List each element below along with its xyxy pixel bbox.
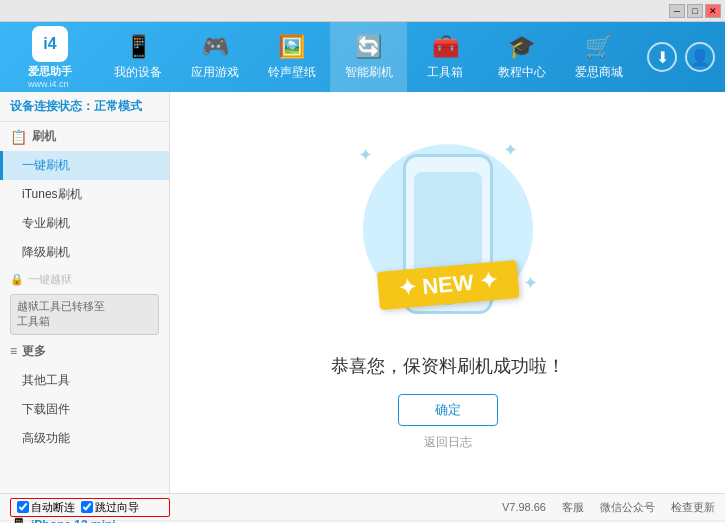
logo-text: 爱思助手 www.i4.cn (28, 64, 72, 89)
main-content: ✦ ✦ ✦ NEW 恭喜您，保资料刷机成功啦！ 确定 返回日志 (170, 92, 725, 493)
checkbox-group: 自动断连 跳过向导 (10, 498, 170, 517)
sparkle-3: ✦ (523, 272, 538, 294)
sidebar-item-advanced[interactable]: 高级功能 (0, 424, 169, 453)
sparkle-1: ✦ (358, 144, 373, 166)
wechat-link[interactable]: 微信公众号 (600, 500, 655, 515)
nav-apps-games[interactable]: 🎮 应用游戏 (177, 22, 254, 92)
logo-icon: i4 (32, 26, 68, 62)
nav-wallpaper[interactable]: 🖼️ 铃声壁纸 (253, 22, 330, 92)
nav-my-device[interactable]: 📱 我的设备 (100, 22, 177, 92)
main-area: 设备连接状态：正常模式 📋 刷机 一键刷机 iTunes刷机 专业刷机 降级刷机… (0, 92, 725, 493)
tutorial-icon: 🎓 (508, 34, 535, 60)
device-status-bar: 设备连接状态：正常模式 (0, 92, 169, 122)
header: i4 爱思助手 www.i4.cn 📱 我的设备 🎮 应用游戏 🖼️ 铃声壁纸 … (0, 22, 725, 92)
smart-flash-icon: 🔄 (355, 34, 382, 60)
wallpaper-icon: 🖼️ (278, 34, 305, 60)
success-illustration: ✦ ✦ ✦ NEW (348, 134, 548, 334)
close-btn[interactable]: ✕ (705, 4, 721, 18)
sidebar-item-other-tools[interactable]: 其他工具 (0, 366, 169, 395)
version-label: V7.98.66 (502, 501, 546, 513)
nav-think-mall[interactable]: 🛒 爱思商城 (560, 22, 637, 92)
apps-games-icon: 🎮 (202, 34, 229, 60)
sidebar-item-download-firmware[interactable]: 下载固件 (0, 395, 169, 424)
phone-device-icon: 📱 (10, 517, 27, 523)
nav-right-area: ⬇ 👤 (637, 42, 725, 72)
flash-section-icon: 📋 (10, 129, 27, 145)
sidebar-item-one-click-flash[interactable]: 一键刷机 (0, 151, 169, 180)
my-device-icon: 📱 (125, 34, 152, 60)
back-link[interactable]: 返回日志 (424, 434, 472, 451)
sidebar-item-itunes-flash[interactable]: iTunes刷机 (0, 180, 169, 209)
title-bar: ─ □ ✕ (0, 0, 725, 22)
device-name: iPhone 12 mini (31, 518, 116, 523)
more-section-icon: ≡ (10, 344, 17, 358)
confirm-button[interactable]: 确定 (398, 394, 498, 426)
lock-icon: 🔒 (10, 273, 24, 286)
sidebar-jailbreak-note: 越狱工具已转移至 工具箱 (10, 294, 159, 335)
sidebar-flash-section: 📋 刷机 (0, 122, 169, 151)
user-btn[interactable]: 👤 (685, 42, 715, 72)
success-message: 恭喜您，保资料刷机成功啦！ (331, 354, 565, 378)
sidebar-item-pro-flash[interactable]: 专业刷机 (0, 209, 169, 238)
sparkle-2: ✦ (503, 139, 518, 161)
bottom-area: 自动断连 跳过向导 V7.98.66 客服 微信公众号 检查更新 📱 iPhon… (0, 493, 725, 523)
nav-bar: 📱 我的设备 🎮 应用游戏 🖼️ 铃声壁纸 🔄 智能刷机 🧰 工具箱 🎓 教程中… (100, 22, 637, 92)
think-mall-icon: 🛒 (585, 34, 612, 60)
sidebar-item-downgrade-flash[interactable]: 降级刷机 (0, 238, 169, 267)
customer-service-link[interactable]: 客服 (562, 500, 584, 515)
check-update-link[interactable]: 检查更新 (671, 500, 715, 515)
sidebar-jailbreak-section: 🔒 一键越狱 (0, 267, 169, 292)
download-btn[interactable]: ⬇ (647, 42, 677, 72)
device-info: 📱 iPhone 12 mini 64GB Down-12mini-13,1 (10, 517, 170, 523)
nav-toolbox[interactable]: 🧰 工具箱 (407, 22, 484, 92)
auto-disconnect-checkbox[interactable]: 自动断连 (17, 500, 75, 515)
maximize-btn[interactable]: □ (687, 4, 703, 18)
nav-smart-flash[interactable]: 🔄 智能刷机 (330, 22, 407, 92)
logo[interactable]: i4 爱思助手 www.i4.cn (0, 22, 100, 92)
skip-wizard-checkbox[interactable]: 跳过向导 (81, 500, 139, 515)
minimize-btn[interactable]: ─ (669, 4, 685, 18)
nav-tutorial[interactable]: 🎓 教程中心 (484, 22, 561, 92)
sidebar-more-section: ≡ 更多 (0, 337, 169, 366)
toolbox-icon: 🧰 (432, 34, 459, 60)
sidebar: 设备连接状态：正常模式 📋 刷机 一键刷机 iTunes刷机 专业刷机 降级刷机… (0, 92, 170, 493)
bottom-right-links: V7.98.66 客服 微信公众号 检查更新 (502, 500, 715, 515)
